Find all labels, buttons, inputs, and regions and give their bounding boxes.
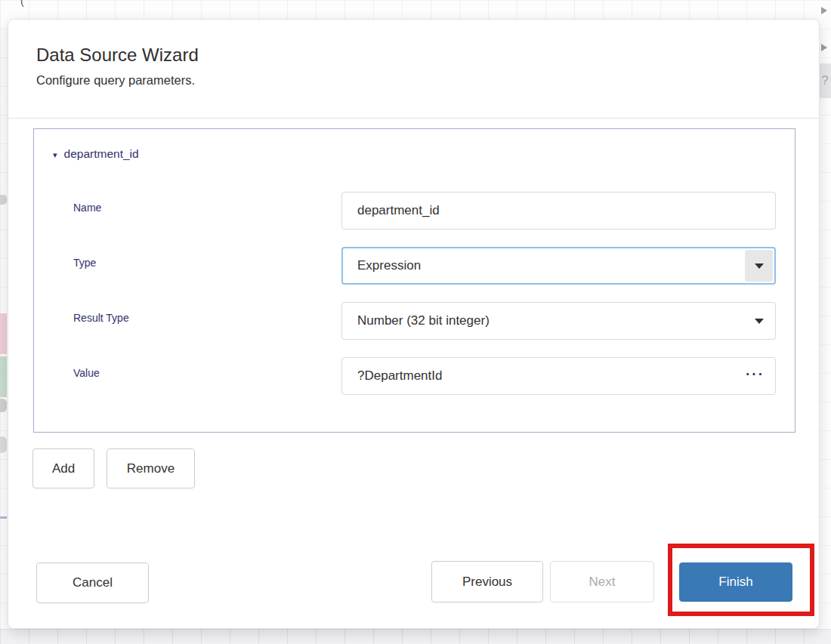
- name-label: Name: [73, 202, 101, 214]
- finish-button[interactable]: Finish: [679, 562, 792, 602]
- expand-arrow-icon: [821, 7, 827, 14]
- parameters-panel: ▾ department_id Name department_id Type …: [33, 128, 795, 433]
- value-label: Value: [73, 367, 100, 379]
- result-type-dropdown[interactable]: Number (32 bit integer): [341, 302, 776, 340]
- type-dropdown[interactable]: Expression: [341, 247, 776, 285]
- parameter-section-header[interactable]: ▾ department_id: [53, 147, 139, 161]
- cancel-button[interactable]: Cancel: [36, 562, 149, 603]
- type-dropdown-value: Expression: [357, 258, 421, 273]
- name-input-value: department_id: [357, 203, 440, 218]
- result-type-dropdown-value: Number (32 bit integer): [357, 313, 490, 328]
- add-button[interactable]: Add: [32, 448, 94, 488]
- value-input[interactable]: ?DepartmentId ···: [341, 357, 776, 395]
- name-input[interactable]: department_id: [341, 192, 776, 230]
- background-fragment: [0, 399, 7, 412]
- background-field-fragment-green: [0, 356, 7, 397]
- caret-down-icon: [755, 319, 764, 324]
- design-surface-bottom: [0, 629, 831, 644]
- field-row-name: Name department_id: [34, 192, 795, 230]
- background-field-fragment-pink: [0, 313, 7, 354]
- screen: ( ? Data Source Wizard Configure query p…: [0, 0, 831, 644]
- value-input-value: ?DepartmentId: [357, 368, 442, 384]
- previous-button[interactable]: Previous: [431, 561, 543, 602]
- caret-down-icon: [755, 263, 764, 269]
- data-source-wizard-dialog: Data Source Wizard Configure query param…: [8, 19, 820, 629]
- field-row-result-type: Result Type Number (32 bit integer): [34, 302, 795, 340]
- help-icon[interactable]: ?: [819, 63, 831, 98]
- type-dropdown-button[interactable]: [745, 250, 773, 282]
- collapse-triangle-icon: ▾: [53, 151, 57, 159]
- remove-button[interactable]: Remove: [107, 448, 195, 488]
- background-fragment: [0, 436, 7, 453]
- ellipsis-icon[interactable]: ···: [746, 366, 765, 383]
- expand-arrow-icon: [821, 44, 827, 51]
- field-row-value: Value ?DepartmentId ···: [34, 357, 795, 395]
- help-icon-glyph: ?: [821, 73, 828, 88]
- type-label: Type: [73, 257, 96, 269]
- dialog-title: Data Source Wizard: [36, 45, 199, 66]
- field-row-type: Type Expression: [34, 247, 795, 285]
- next-button: Next: [550, 561, 654, 602]
- parameter-section-title: department_id: [64, 147, 139, 161]
- background-fragment: [0, 195, 7, 205]
- dialog-subtitle: Configure query parameters.: [36, 73, 195, 88]
- background-fragment: [0, 516, 7, 519]
- background-text-fragment: (: [20, 0, 24, 7]
- result-type-label: Result Type: [73, 312, 129, 324]
- header-divider: [8, 118, 819, 119]
